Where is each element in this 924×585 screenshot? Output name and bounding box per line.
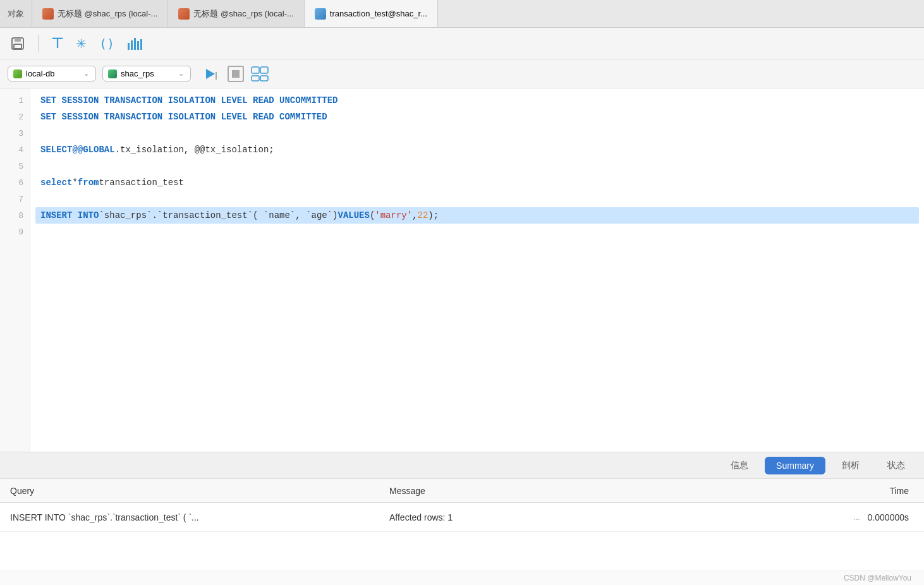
tab-label-3: transaction_test@shac_r... [330,9,427,18]
line-num-1: 1 [0,92,30,109]
explain-button[interactable] [250,66,269,82]
svg-rect-12 [252,76,259,81]
tab-label-2: 无标题 @shac_rps (local-... [193,8,293,20]
results-table: Query Message Time INSERT INTO `shac_rps… [0,479,924,570]
db1-chevron-icon: ⌄ [83,69,89,78]
code-line-1: SET SESSION TRANSACTION ISOLATION LEVEL … [40,92,914,109]
header-time: Time [798,486,924,496]
time-value: 0.000000s [868,512,909,522]
sql-icon-2 [178,8,190,20]
db1-icon [13,69,22,78]
line-num-5: 5 [0,158,30,174]
tab-summary[interactable]: Summary [765,457,825,474]
code-line-8: INSERT INTO `shac_rps`.`transaction_test… [35,207,919,224]
db2-icon [108,69,117,78]
results-table-header: Query Message Time [0,479,924,503]
tab-untitled-2[interactable]: 无标题 @shac_rps (local-... [168,0,304,27]
db2-chevron-icon: ⌄ [178,69,184,78]
svg-rect-6 [137,41,139,50]
editor-area[interactable]: 1 2 3 4 5 6 7 8 9 SET SESSION TRANSACTIO… [0,88,924,452]
parens-button[interactable]: () [97,33,117,54]
line-num-2: 2 [0,109,30,125]
tab-profiling[interactable]: 剖析 [830,456,871,475]
cell-query: INSERT INTO `shac_rps`.`transaction_test… [0,512,379,522]
line-num-4: 4 [0,142,30,158]
tab-info[interactable]: 信息 [719,456,760,475]
code-line-4: SELECT @@GLOBAL.tx_isolation, @@tx_isola… [40,142,914,158]
stop-button[interactable] [228,66,244,82]
svg-rect-4 [131,40,133,50]
tab-bar: 对象 无标题 @shac_rps (local-... 无标题 @shac_rp… [0,0,924,28]
chart-button[interactable] [125,34,145,53]
results-footer: CSDN @MellowYou [0,570,924,585]
code-line-3 [40,125,914,142]
table-row: INSERT INTO `shac_rps`.`transaction_test… [0,503,924,532]
code-editor[interactable]: SET SESSION TRANSACTION ISOLATION LEVEL … [30,88,924,452]
tab-transaction-test[interactable]: transaction_test@shac_r... [305,0,438,27]
toolbar-divider-1 [38,35,39,52]
line-num-8: 8 [0,207,30,224]
tab-label-1: 无标题 @shac_rps (local-... [58,8,157,20]
save-button[interactable] [8,33,28,54]
db2-selector[interactable]: shac_rps ⌄ [102,66,191,81]
svg-rect-5 [134,38,136,50]
cell-message: Affected rows: 1 [379,512,798,522]
tab-status[interactable]: 状态 [876,456,916,475]
code-line-6: select * from transaction_test [40,174,914,191]
db1-label: local-db [26,69,55,78]
sql-icon-1 [42,8,54,20]
db2-label: shac_rps [121,69,154,78]
footer-text: CSDN @MellowYou [844,574,911,582]
svg-rect-13 [260,76,268,81]
db1-selector[interactable]: local-db ⌄ [8,66,96,81]
db-selector-bar: local-db ⌄ shac_rps ⌄ [0,59,924,88]
svg-rect-11 [260,67,268,73]
line-num-7: 7 [0,191,30,207]
line-num-9: 9 [0,224,30,240]
line-num-3: 3 [0,125,30,142]
cell-time: ... 0.000000s [798,512,924,522]
code-line-2: SET SESSION TRANSACTION ISOLATION LEVEL … [40,109,914,125]
results-tabs: 信息 Summary 剖析 状态 [0,452,924,479]
header-message: Message [379,486,798,496]
svg-rect-1 [15,38,21,42]
code-line-5 [40,158,914,174]
svg-rect-10 [252,67,259,73]
object-icon: 对象 [10,8,21,20]
run-button[interactable] [197,63,221,85]
line-numbers: 1 2 3 4 5 6 7 8 9 [0,88,30,452]
code-line-9 [40,224,914,240]
header-query: Query [0,486,379,496]
ellipsis-icon: ... [854,513,860,522]
toolbar: ⊤ ✳ () [0,28,924,59]
tab-untitled-1[interactable]: 无标题 @shac_rps (local-... [32,0,168,27]
svg-marker-8 [206,69,215,79]
tab-object[interactable]: 对象 [0,0,32,27]
format-button[interactable]: ⊤ [49,33,66,54]
svg-rect-7 [140,39,142,50]
svg-rect-2 [14,44,21,49]
results-panel: 信息 Summary 剖析 状态 Query Message Time INSE… [0,452,924,585]
code-line-7 [40,191,914,207]
line-num-6: 6 [0,174,30,191]
svg-rect-3 [128,43,130,50]
magic-button[interactable]: ✳ [73,33,89,54]
trans-icon [315,8,326,20]
